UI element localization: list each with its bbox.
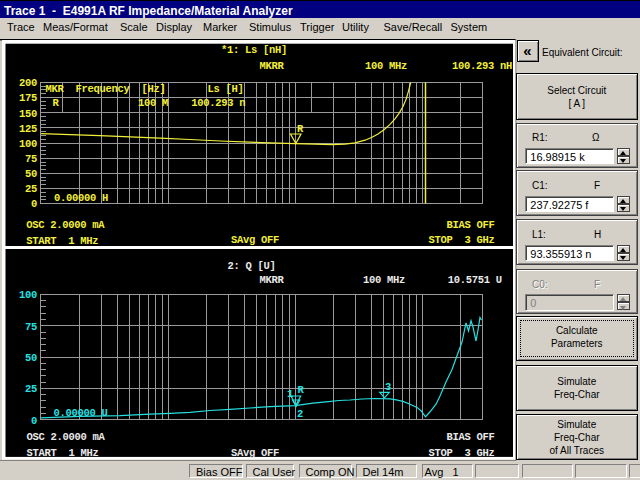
svg-text:BIAS OFF: BIAS OFF: [447, 431, 495, 443]
svg-text:100: 100: [19, 138, 37, 150]
svg-text:0.00000 H: 0.00000 H: [54, 192, 108, 204]
svg-text:200: 200: [19, 77, 37, 89]
svg-text:SAvg OFF: SAvg OFF: [231, 447, 279, 459]
svg-text:BIAS OFF: BIAS OFF: [447, 219, 495, 231]
svg-text:100 MHz: 100 MHz: [363, 274, 405, 286]
svg-text:175: 175: [19, 92, 37, 104]
svg-text:0: 0: [31, 415, 37, 427]
svg-text:STOP 3 GHz: STOP 3 GHz: [429, 234, 495, 246]
svg-text:100 M: 100 M: [138, 97, 168, 109]
svg-text:50: 50: [25, 168, 37, 180]
svg-text:MKRR: MKRR: [260, 274, 285, 286]
svg-text:*1: Ls [nH]: *1: Ls [nH]: [221, 44, 287, 56]
svg-text:75: 75: [25, 321, 37, 333]
svg-text:2: Q [U]: 2: Q [U]: [227, 260, 275, 272]
svg-text:SAvg OFF: SAvg OFF: [231, 234, 279, 246]
svg-text:R: R: [53, 97, 60, 109]
svg-text:25: 25: [25, 383, 37, 395]
svg-text:R: R: [297, 123, 304, 135]
svg-text:OSC 2.0000 mA: OSC 2.0000 mA: [27, 431, 106, 443]
svg-text:125: 125: [19, 123, 37, 135]
svg-text:Ls [H]: Ls [H]: [208, 83, 244, 95]
svg-text:150: 150: [19, 108, 37, 120]
svg-text:10.5751 U: 10.5751 U: [448, 274, 502, 286]
svg-text:25: 25: [25, 183, 37, 195]
svg-text:50: 50: [25, 352, 37, 364]
svg-text:2: 2: [297, 408, 303, 420]
svg-text:MKR Frequency [Hz]: MKR Frequency [Hz]: [46, 83, 166, 95]
svg-text:START 1 MHz: START 1 MHz: [27, 447, 99, 459]
svg-text:STOP 3 GHz: STOP 3 GHz: [429, 447, 495, 459]
svg-text:0: 0: [31, 198, 37, 210]
svg-text:R: R: [298, 384, 305, 396]
svg-text:100: 100: [19, 289, 37, 301]
svg-text:MKRR: MKRR: [260, 60, 285, 72]
svg-text:START 1 MHz: START 1 MHz: [26, 235, 98, 247]
svg-text:3: 3: [385, 381, 391, 393]
svg-text:OSC 2.0000 mA: OSC 2.0000 mA: [26, 219, 105, 231]
svg-text:100 MHz: 100 MHz: [365, 60, 407, 72]
svg-text:100.293 nH: 100.293 nH: [452, 60, 512, 72]
svg-text:75: 75: [25, 153, 37, 165]
svg-text:100.293 n: 100.293 n: [191, 97, 245, 109]
